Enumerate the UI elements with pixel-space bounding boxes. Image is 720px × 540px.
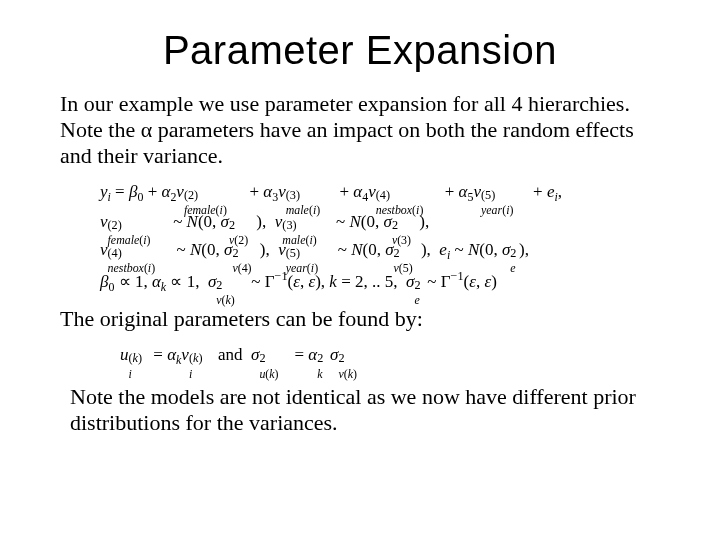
eq-recover-line: u(k)i = αkν(k)i and σ2u(k) = α2k σ2ν(k) — [120, 342, 660, 370]
note-paragraph: Note the models are not identical as we … — [70, 384, 650, 436]
model-equations: yi = β0 + α2ν(2)female(i) + α3ν(3)male(i… — [100, 179, 660, 297]
eq-line-3: ν(4)nestbox(i) ~ N(0, σ2ν(4)), ν(5)year(… — [100, 237, 660, 265]
recover-equation: u(k)i = αkν(k)i and σ2u(k) = α2k σ2ν(k) — [120, 342, 660, 370]
eq-line-4: β0 ∝ 1, αk ∝ 1, σ2ν(k) ~ Γ−1(ε, ε), k = … — [100, 267, 660, 297]
slide: Parameter Expansion In our example we us… — [0, 0, 720, 540]
intro-paragraph: In our example we use parameter expansio… — [60, 91, 660, 169]
recover-paragraph: The original parameters can be found by: — [60, 306, 660, 332]
slide-title: Parameter Expansion — [60, 28, 660, 73]
eq-line-1: yi = β0 + α2ν(2)female(i) + α3ν(3)male(i… — [100, 179, 660, 207]
